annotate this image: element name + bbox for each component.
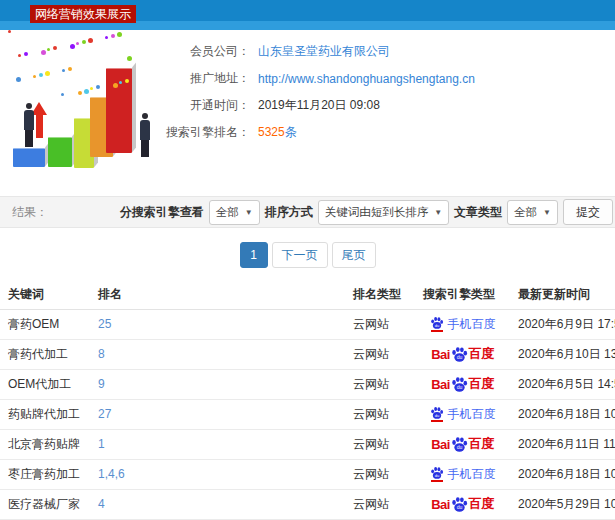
header-engine-type: 搜索引擎类型 bbox=[415, 280, 510, 309]
keyword-rank-table: 关键词 排名 排名类型 搜索引擎类型 最新更新时间 膏药OEM 25 云网站 B… bbox=[0, 280, 615, 520]
updated-cell: 2020年6月18日 10:19 bbox=[510, 459, 615, 489]
rank-link[interactable]: 25 bbox=[90, 309, 345, 339]
baidu-mobile-text: 手机百度 bbox=[448, 466, 496, 483]
company-link[interactable]: 山东皇圣堂药业有限公司 bbox=[258, 43, 390, 60]
rank-link[interactable]: 8 bbox=[90, 339, 345, 369]
updated-cell: 2020年5月29日 10:32 bbox=[510, 489, 615, 519]
promo-url-label: 推广地址： bbox=[130, 70, 250, 87]
chevron-down-icon: ▼ bbox=[434, 208, 442, 217]
chevron-down-icon: ▼ bbox=[245, 208, 253, 217]
svg-text:du: du bbox=[457, 444, 463, 450]
submit-button[interactable]: 提交 bbox=[563, 199, 613, 225]
last-page-button[interactable]: 尾页 bbox=[332, 242, 376, 268]
svg-text:du: du bbox=[457, 504, 463, 510]
svg-text:du: du bbox=[457, 354, 463, 360]
filter-bar: 结果： 分搜索引擎查看 全部 ▼ 排序方式 关键词由短到长排序 ▼ 文章类型 全… bbox=[0, 196, 615, 228]
rank-link[interactable]: 1 bbox=[90, 429, 345, 459]
baidu-mobile-paw-icon: du bbox=[430, 317, 444, 332]
table-row: 膏药OEM 25 云网站 Bai du bbox=[0, 309, 615, 339]
baidu-pc-cn-text: 百度 bbox=[469, 495, 494, 513]
header-rank-type: 排名类型 bbox=[345, 280, 415, 309]
baidu-pc-text: Bai bbox=[431, 377, 450, 392]
sort-filter-label: 排序方式 bbox=[265, 204, 313, 221]
table-row: OEM代加工 9 云网站 Bai du bbox=[0, 369, 615, 399]
baidu-pc-logo: Bai du 百度 bbox=[431, 430, 494, 459]
rank-link[interactable]: 4 bbox=[90, 489, 345, 519]
table-row: 枣庄膏药加工 1,4,6 云网站 Bai du bbox=[0, 459, 615, 489]
company-label: 会员公司： bbox=[130, 43, 250, 60]
baidu-pc-cn-text: 百度 bbox=[469, 345, 494, 363]
rank-type-cell: 云网站 bbox=[345, 399, 415, 429]
table-row: 医疗器械厂家 4 云网站 Bai du bbox=[0, 489, 615, 519]
header-rank: 排名 bbox=[90, 280, 345, 309]
baidu-paw-icon: du bbox=[451, 437, 468, 452]
table-header-row: 关键词 排名 排名类型 搜索引擎类型 最新更新时间 bbox=[0, 280, 615, 309]
engine-rank-label: 搜索引擎排名： bbox=[130, 124, 250, 141]
updated-cell: 2020年6月11日 11:18 bbox=[510, 429, 615, 459]
keyword-cell: 膏药OEM bbox=[0, 309, 90, 339]
sort-filter-select[interactable]: 关键词由短到长排序 ▼ bbox=[318, 200, 449, 225]
keyword-cell: 药贴牌代加工 bbox=[0, 399, 90, 429]
svg-text:du: du bbox=[434, 472, 439, 477]
baidu-mobile-logo: du 手机百度 bbox=[430, 460, 496, 489]
page-title: 网络营销效果展示 bbox=[30, 5, 136, 23]
article-type-label: 文章类型 bbox=[454, 204, 502, 221]
baidu-pc-text: Bai bbox=[431, 437, 450, 452]
rank-type-cell: 云网站 bbox=[345, 309, 415, 339]
promo-url-link[interactable]: http://www.shandonghuangshengtang.cn bbox=[258, 72, 475, 86]
result-label: 结果： bbox=[12, 204, 48, 221]
engine-filter-value: 全部 bbox=[216, 205, 239, 220]
rank-type-cell: 云网站 bbox=[345, 459, 415, 489]
rank-link[interactable]: 1,4,6 bbox=[90, 459, 345, 489]
member-info: 会员公司： 山东皇圣堂药业有限公司 推广地址： http://www.shand… bbox=[130, 38, 475, 146]
baidu-pc-logo: Bai du 百度 bbox=[431, 370, 494, 399]
svg-text:du: du bbox=[434, 322, 439, 327]
baidu-pc-text: Bai bbox=[431, 347, 450, 362]
svg-text:du: du bbox=[434, 412, 439, 417]
illustration-bar-green bbox=[48, 137, 72, 167]
updated-cell: 2020年6月9日 17:50 bbox=[510, 309, 615, 339]
baidu-mobile-paw-icon: du bbox=[430, 467, 444, 482]
rank-type-cell: 云网站 bbox=[345, 369, 415, 399]
baidu-paw-icon: du bbox=[451, 377, 468, 392]
svg-text:du: du bbox=[457, 384, 463, 390]
baidu-mobile-paw-icon: du bbox=[430, 407, 444, 422]
next-page-button[interactable]: 下一页 bbox=[272, 242, 328, 268]
open-time-value: 2019年11月20日 09:08 bbox=[258, 97, 380, 114]
header-updated: 最新更新时间 bbox=[510, 280, 615, 309]
baidu-pc-cn-text: 百度 bbox=[469, 375, 494, 393]
baidu-pc-cn-text: 百度 bbox=[469, 435, 494, 453]
pagination: 1 下一页 尾页 bbox=[0, 242, 615, 268]
baidu-paw-icon: du bbox=[451, 497, 468, 512]
baidu-mobile-underline bbox=[431, 420, 443, 422]
rank-link[interactable]: 9 bbox=[90, 369, 345, 399]
engine-filter-select[interactable]: 全部 ▼ bbox=[209, 200, 260, 225]
rank-type-cell: 云网站 bbox=[345, 429, 415, 459]
updated-cell: 2020年6月5日 14:57 bbox=[510, 369, 615, 399]
table-row: 药贴牌代加工 27 云网站 Bai du bbox=[0, 399, 615, 429]
baidu-mobile-text: 手机百度 bbox=[448, 406, 496, 423]
promo-url-row: 推广地址： http://www.shandonghuangshengtang.… bbox=[130, 65, 475, 92]
updated-cell: 2020年6月10日 13:40 bbox=[510, 339, 615, 369]
keyword-cell: 北京膏药贴牌 bbox=[0, 429, 90, 459]
baidu-pc-logo: Bai du 百度 bbox=[431, 340, 494, 369]
page-1-button[interactable]: 1 bbox=[240, 242, 268, 268]
company-row: 会员公司： 山东皇圣堂药业有限公司 bbox=[130, 38, 475, 65]
article-type-select[interactable]: 全部 ▼ bbox=[507, 200, 558, 225]
baidu-mobile-logo: du 手机百度 bbox=[430, 310, 496, 339]
keyword-cell: 膏药代加工 bbox=[0, 339, 90, 369]
baidu-pc-logo: Bai du 百度 bbox=[431, 490, 494, 519]
businessman-figure-left bbox=[22, 103, 36, 147]
rank-link[interactable]: 27 bbox=[90, 399, 345, 429]
engine-rank-count: 5325 bbox=[258, 125, 285, 139]
open-time-row: 开通时间： 2019年11月20日 09:08 bbox=[130, 92, 475, 119]
baidu-mobile-logo: du 手机百度 bbox=[430, 400, 496, 429]
engine-filter-label: 分搜索引擎查看 bbox=[120, 204, 204, 221]
summary-section: 会员公司： 山东皇圣堂药业有限公司 推广地址： http://www.shand… bbox=[0, 30, 615, 196]
sort-filter-value: 关键词由短到长排序 bbox=[325, 205, 429, 220]
engine-rank-unit: 条 bbox=[285, 125, 297, 139]
keyword-cell: OEM代加工 bbox=[0, 369, 90, 399]
keyword-cell: 枣庄膏药加工 bbox=[0, 459, 90, 489]
baidu-mobile-text: 手机百度 bbox=[448, 316, 496, 333]
illustration-bar-blue bbox=[13, 148, 45, 167]
